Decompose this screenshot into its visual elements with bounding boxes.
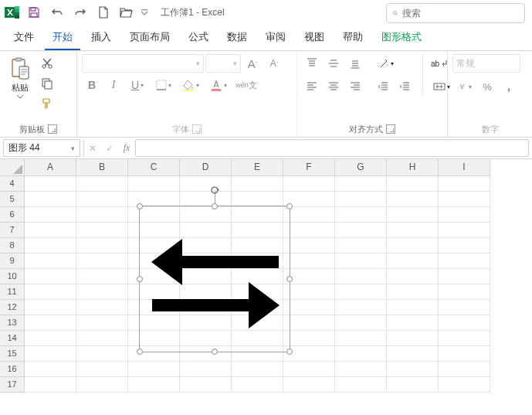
increase-indent-button[interactable] bbox=[395, 77, 415, 96]
cell[interactable] bbox=[76, 207, 128, 223]
cell[interactable] bbox=[439, 362, 490, 377]
row-header[interactable]: 5 bbox=[0, 192, 25, 207]
cell[interactable] bbox=[387, 315, 439, 331]
search-input[interactable] bbox=[402, 8, 518, 19]
col-header[interactable]: B bbox=[76, 159, 128, 176]
cell[interactable] bbox=[283, 176, 335, 192]
cell[interactable] bbox=[232, 362, 283, 377]
clipboard-dialog-launcher[interactable] bbox=[48, 124, 57, 134]
tab-home[interactable]: 开始 bbox=[45, 26, 80, 50]
align-left-button[interactable] bbox=[302, 77, 322, 96]
resize-handle-se[interactable] bbox=[286, 349, 293, 355]
cell[interactable] bbox=[283, 284, 335, 300]
font-name-select[interactable]: ▾ bbox=[82, 54, 204, 73]
resize-handle-sw[interactable] bbox=[137, 349, 143, 355]
cell[interactable] bbox=[25, 192, 76, 207]
cell[interactable] bbox=[128, 192, 180, 207]
format-painter-button[interactable] bbox=[37, 94, 57, 113]
cell[interactable] bbox=[439, 192, 490, 207]
cut-button[interactable] bbox=[37, 54, 57, 73]
cell[interactable] bbox=[283, 223, 335, 238]
cell[interactable] bbox=[335, 284, 387, 300]
number-format-select[interactable]: 常规 bbox=[452, 54, 520, 73]
cell[interactable] bbox=[232, 377, 283, 393]
align-bottom-button[interactable] bbox=[345, 54, 365, 73]
cell[interactable] bbox=[387, 238, 439, 253]
cell[interactable] bbox=[180, 192, 232, 207]
col-header[interactable]: I bbox=[439, 159, 490, 176]
resize-handle-nw[interactable] bbox=[137, 203, 143, 209]
resize-handle-n[interactable] bbox=[212, 203, 218, 209]
cell[interactable] bbox=[387, 223, 439, 238]
cell[interactable] bbox=[387, 284, 439, 300]
tab-formulas[interactable]: 公式 bbox=[181, 26, 216, 50]
insert-function-button[interactable]: fx bbox=[118, 140, 135, 157]
align-middle-button[interactable] bbox=[324, 54, 344, 73]
row-header[interactable]: 11 bbox=[0, 284, 25, 300]
alignment-dialog-launcher[interactable] bbox=[386, 124, 395, 134]
col-header[interactable]: A bbox=[25, 159, 76, 176]
select-all-button[interactable] bbox=[0, 159, 25, 176]
resize-handle-s[interactable] bbox=[212, 349, 218, 355]
row-header[interactable]: 4 bbox=[0, 176, 25, 192]
cell[interactable] bbox=[25, 176, 76, 192]
enter-formula-button[interactable]: ✓ bbox=[101, 140, 118, 157]
row-header[interactable]: 8 bbox=[0, 238, 25, 253]
cell[interactable] bbox=[439, 377, 490, 393]
tab-view[interactable]: 视图 bbox=[296, 26, 332, 50]
cell[interactable] bbox=[439, 331, 490, 346]
col-header[interactable]: C bbox=[128, 159, 180, 176]
cell[interactable] bbox=[387, 207, 439, 223]
cell[interactable] bbox=[25, 284, 76, 300]
cell[interactable] bbox=[76, 269, 128, 284]
cell[interactable] bbox=[128, 176, 180, 192]
cell[interactable] bbox=[335, 253, 387, 269]
align-center-button[interactable] bbox=[324, 77, 344, 96]
cell[interactable] bbox=[439, 269, 490, 284]
cell[interactable] bbox=[76, 192, 128, 207]
cell[interactable] bbox=[335, 377, 387, 393]
percent-format-button[interactable]: % bbox=[477, 77, 497, 96]
tab-review[interactable]: 审阅 bbox=[258, 26, 293, 50]
resize-handle-ne[interactable] bbox=[286, 203, 293, 209]
tab-shape-format[interactable]: 图形格式 bbox=[374, 26, 429, 50]
cell[interactable] bbox=[128, 377, 180, 393]
font-dialog-launcher[interactable] bbox=[192, 124, 202, 134]
cell[interactable] bbox=[335, 176, 387, 192]
cell[interactable] bbox=[76, 176, 128, 192]
row-header[interactable]: 15 bbox=[0, 346, 25, 362]
search-box[interactable] bbox=[386, 3, 525, 23]
cell[interactable] bbox=[335, 331, 387, 346]
col-header[interactable]: F bbox=[283, 159, 335, 176]
tab-insert[interactable]: 插入 bbox=[83, 26, 119, 50]
phonetic-guide-button[interactable]: wén文 bbox=[233, 76, 259, 94]
cell[interactable] bbox=[439, 253, 490, 269]
resize-handle-e[interactable] bbox=[286, 276, 293, 282]
col-header[interactable]: E bbox=[232, 159, 283, 176]
col-header[interactable]: D bbox=[180, 159, 232, 176]
increase-font-button[interactable]: Aˆ bbox=[242, 54, 263, 73]
paste-button[interactable]: 粘贴 bbox=[5, 54, 36, 102]
cell[interactable] bbox=[387, 253, 439, 269]
row-header[interactable]: 12 bbox=[0, 300, 25, 315]
italic-button[interactable]: I bbox=[103, 76, 124, 94]
row-header[interactable]: 6 bbox=[0, 207, 25, 223]
new-file-button[interactable] bbox=[93, 2, 114, 23]
cell[interactable] bbox=[283, 331, 335, 346]
cell[interactable] bbox=[25, 362, 76, 377]
col-header[interactable]: H bbox=[387, 159, 439, 176]
cell[interactable] bbox=[76, 300, 128, 315]
cell[interactable] bbox=[335, 362, 387, 377]
decrease-indent-button[interactable] bbox=[373, 77, 393, 96]
cell[interactable] bbox=[387, 300, 439, 315]
cell[interactable] bbox=[25, 377, 76, 393]
cell[interactable] bbox=[439, 346, 490, 362]
cell[interactable] bbox=[335, 192, 387, 207]
cell[interactable] bbox=[387, 269, 439, 284]
cell[interactable] bbox=[335, 238, 387, 253]
cell[interactable] bbox=[335, 207, 387, 223]
row-header[interactable]: 9 bbox=[0, 253, 25, 269]
cell[interactable] bbox=[335, 315, 387, 331]
align-right-button[interactable] bbox=[345, 77, 365, 96]
cell[interactable] bbox=[76, 331, 128, 346]
